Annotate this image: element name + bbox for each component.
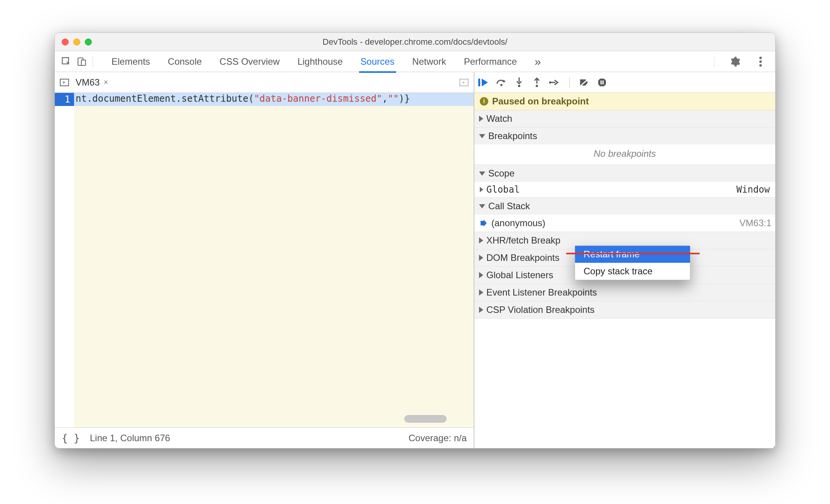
svg-rect-1 <box>81 60 86 65</box>
step-over-icon[interactable] <box>496 77 507 88</box>
show-debugger-icon[interactable] <box>457 77 471 87</box>
pause-on-exceptions-icon[interactable] <box>597 77 607 88</box>
svg-point-8 <box>500 84 503 86</box>
horizontal-scrollbar[interactable] <box>404 415 447 423</box>
code-string: "data-banner-dismissed" <box>254 93 382 104</box>
settings-gear-icon[interactable] <box>727 54 743 69</box>
code-editor[interactable]: 1 nt.documentElement.setAttribute("data-… <box>55 93 474 427</box>
tab-performance[interactable]: Performance <box>464 52 517 72</box>
tab-css-overview[interactable]: CSS Overview <box>219 52 280 72</box>
cursor-position: Line 1, Column 676 <box>90 433 170 444</box>
svg-rect-12 <box>601 81 602 84</box>
section-event-listener-breakpoints[interactable]: Event Listener Breakpoints <box>474 284 775 301</box>
current-execution-line: nt.documentElement.setAttribute("data-ba… <box>74 93 474 106</box>
tab-sources[interactable]: Sources <box>361 52 395 72</box>
section-title: Global Listeners <box>486 270 553 281</box>
divider <box>93 56 93 67</box>
step-icon[interactable] <box>549 77 560 88</box>
debugger-toolbar <box>474 72 775 93</box>
pause-banner: i Paused on breakpoint <box>474 93 775 110</box>
line-number: 1 <box>55 93 74 106</box>
code-text: , <box>382 93 388 104</box>
deactivate-breakpoints-icon[interactable] <box>579 77 590 88</box>
svg-rect-7 <box>478 79 480 86</box>
section-title: XHR/fetch Breakp <box>486 235 560 246</box>
tab-overflow-icon[interactable]: » <box>535 50 541 73</box>
section-title: Scope <box>488 168 515 179</box>
chevron-right-icon <box>480 187 483 192</box>
file-tab-vm63[interactable]: VM63 × <box>72 72 112 92</box>
section-title: Watch <box>486 113 512 124</box>
resume-script-icon[interactable] <box>478 77 489 88</box>
main-tabbar: Elements Console CSS Overview Lighthouse… <box>55 51 775 72</box>
chevron-right-icon <box>479 116 483 122</box>
no-breakpoints-label: No breakpoints <box>474 144 775 165</box>
chevron-right-icon <box>479 307 483 313</box>
scope-name: Global <box>486 184 520 195</box>
section-title: Breakpoints <box>488 131 537 141</box>
svg-point-4 <box>759 64 762 67</box>
svg-point-3 <box>759 60 762 63</box>
work-area: VM63 × 1 nt.documentElement.setAttribute… <box>55 72 775 448</box>
close-tab-icon[interactable]: × <box>104 78 108 87</box>
code-surface[interactable]: nt.documentElement.setAttribute("data-ba… <box>74 93 474 427</box>
inspect-element-icon[interactable] <box>59 54 74 69</box>
editor-statusbar: { } Line 1, Column 676 Coverage: n/a <box>55 427 474 448</box>
show-navigator-icon[interactable] <box>57 77 72 87</box>
window-titlebar: DevTools - developer.chrome.com/docs/dev… <box>55 33 775 51</box>
section-title: Call Stack <box>488 201 530 212</box>
info-icon: i <box>480 97 488 106</box>
tab-lighthouse[interactable]: Lighthouse <box>297 52 342 72</box>
line-gutter: 1 <box>55 93 74 427</box>
callstack-frame-row[interactable]: (anonymous) VM63:1 <box>474 215 775 232</box>
debugger-column: i Paused on breakpoint Watch Breakpoints… <box>474 72 775 448</box>
section-title: Event Listener Breakpoints <box>486 287 597 298</box>
chevron-down-icon <box>479 204 485 208</box>
menu-item-copy-stack-trace[interactable]: Copy stack trace <box>575 263 690 280</box>
pretty-print-icon[interactable]: { } <box>62 432 80 444</box>
chevron-down-icon <box>479 171 485 176</box>
annotation-strike <box>566 253 700 254</box>
section-call-stack[interactable]: Call Stack (anonymous) VM63:1 <box>474 198 775 232</box>
tab-console[interactable]: Console <box>168 52 202 72</box>
section-scope[interactable]: Scope Global Window <box>474 165 775 198</box>
current-frame-arrow-icon <box>480 219 488 227</box>
panel-tabs: Elements Console CSS Overview Lighthouse… <box>111 50 541 73</box>
divider <box>569 77 570 88</box>
device-toolbar-icon[interactable] <box>74 54 89 69</box>
tab-network[interactable]: Network <box>412 52 446 72</box>
chevron-right-icon <box>479 272 483 278</box>
divider <box>714 56 714 67</box>
menu-item-restart-frame[interactable]: Restart frame <box>575 246 690 263</box>
file-tab-label: VM63 <box>76 77 100 88</box>
editor-tabstrip: VM63 × <box>55 72 474 93</box>
section-title: CSP Violation Breakpoints <box>486 304 595 315</box>
frame-name: (anonymous) <box>491 218 545 228</box>
step-out-icon[interactable] <box>531 77 542 88</box>
svg-rect-13 <box>602 81 604 84</box>
pause-reason: Paused on breakpoint <box>492 96 589 107</box>
section-watch[interactable]: Watch <box>474 110 775 128</box>
code-string: "" <box>388 93 399 104</box>
code-text: nt.documentElement.setAttribute( <box>76 93 254 104</box>
code-text: )} <box>399 93 410 104</box>
scope-value: Window <box>736 184 770 195</box>
chevron-right-icon <box>479 237 483 244</box>
tab-elements[interactable]: Elements <box>111 52 150 72</box>
step-into-icon[interactable] <box>514 77 525 88</box>
svg-point-2 <box>759 57 762 59</box>
kebab-menu-icon[interactable] <box>753 54 768 69</box>
svg-point-9 <box>518 85 520 87</box>
editor-column: VM63 × 1 nt.documentElement.setAttribute… <box>55 72 474 448</box>
chevron-down-icon <box>479 134 485 138</box>
section-csp-breakpoints[interactable]: CSP Violation Breakpoints <box>474 301 775 319</box>
svg-point-11 <box>549 81 551 84</box>
frame-location: VM63:1 <box>739 218 771 228</box>
window-title: DevTools - developer.chrome.com/docs/dev… <box>55 37 775 47</box>
chevron-right-icon <box>479 255 483 261</box>
section-breakpoints[interactable]: Breakpoints No breakpoints <box>474 128 775 165</box>
chevron-right-icon <box>479 289 483 296</box>
scope-global-row[interactable]: Global Window <box>474 182 775 197</box>
svg-point-10 <box>536 85 538 87</box>
devtools-window: DevTools - developer.chrome.com/docs/dev… <box>54 32 776 449</box>
